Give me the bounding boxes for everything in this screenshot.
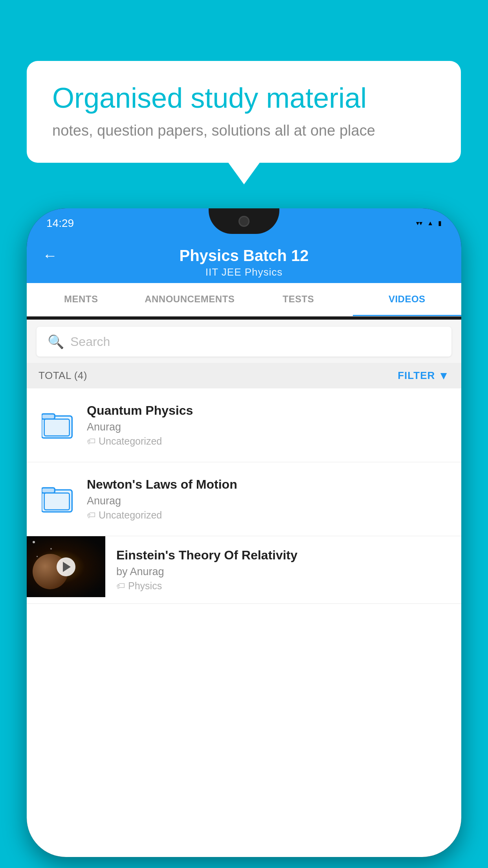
- bubble-title: Organised study material: [52, 83, 435, 114]
- status-icons: ▾▾ ▲ ▮: [416, 219, 442, 227]
- search-icon: 🔍: [48, 334, 64, 349]
- app-header: ← Physics Batch 12 IIT JEE Physics: [27, 238, 461, 283]
- tab-announcements[interactable]: ANNOUNCEMENTS: [136, 283, 244, 316]
- folder-icon: [39, 482, 76, 516]
- video-tag: 🏷 Physics: [116, 580, 449, 592]
- video-author: by Anurag: [116, 566, 449, 578]
- signal-icon: ▲: [427, 220, 433, 227]
- video-info: Quantum Physics Anurag 🏷 Uncategorized: [87, 403, 449, 447]
- back-button[interactable]: ←: [42, 247, 57, 264]
- total-count-label: TOTAL (4): [39, 370, 87, 382]
- svg-rect-2: [44, 419, 69, 436]
- video-tag: 🏷 Uncategorized: [87, 436, 449, 447]
- content-area: Quantum Physics Anurag 🏷 Uncategorized N…: [27, 388, 461, 857]
- video-info: Einstein's Theory Of Relativity by Anura…: [116, 536, 461, 603]
- folder-icon: [39, 408, 76, 442]
- tag-icon: 🏷: [116, 581, 125, 591]
- svg-rect-5: [44, 493, 69, 510]
- svg-rect-1: [42, 414, 55, 419]
- tab-ments[interactable]: MENTS: [27, 283, 136, 316]
- tab-tests[interactable]: TESTS: [244, 283, 353, 316]
- speech-bubble: Organised study material notes, question…: [27, 61, 461, 163]
- video-info: Newton's Laws of Motion Anurag 🏷 Uncateg…: [87, 477, 449, 521]
- header-row: ← Physics Batch 12: [27, 247, 461, 265]
- battery-icon: ▮: [438, 219, 442, 227]
- tag-icon: 🏷: [87, 510, 95, 520]
- filter-row: TOTAL (4) FILTER ▼: [27, 363, 461, 388]
- video-thumbnail: [27, 536, 105, 597]
- list-item[interactable]: Einstein's Theory Of Relativity by Anura…: [27, 536, 461, 604]
- front-camera: [238, 216, 250, 227]
- header-title: Physics Batch 12: [42, 247, 446, 265]
- tag-icon: 🏷: [87, 436, 95, 447]
- play-button[interactable]: [57, 557, 75, 576]
- video-tag: 🏷 Uncategorized: [87, 509, 449, 521]
- video-title: Quantum Physics: [87, 403, 449, 418]
- video-author: Anurag: [87, 421, 449, 433]
- search-bar-container: 🔍 Search: [27, 320, 461, 364]
- video-title: Einstein's Theory Of Relativity: [116, 548, 449, 563]
- wifi-icon: ▾▾: [416, 219, 422, 227]
- filter-icon: ▼: [438, 370, 449, 382]
- bubble-subtitle: notes, question papers, solutions all at…: [52, 122, 435, 139]
- list-item[interactable]: Newton's Laws of Motion Anurag 🏷 Uncateg…: [27, 462, 461, 536]
- header-subtitle: IIT JEE Physics: [205, 266, 283, 278]
- filter-button[interactable]: FILTER ▼: [398, 370, 449, 382]
- svg-rect-4: [42, 488, 55, 493]
- status-time: 14:29: [46, 217, 74, 230]
- video-title: Newton's Laws of Motion: [87, 477, 449, 492]
- tab-videos[interactable]: VIDEOS: [353, 283, 462, 316]
- play-icon: [63, 562, 71, 572]
- list-item[interactable]: Quantum Physics Anurag 🏷 Uncategorized: [27, 388, 461, 462]
- tabs-bar: MENTS ANNOUNCEMENTS TESTS VIDEOS: [27, 283, 461, 316]
- search-placeholder: Search: [70, 335, 110, 349]
- video-author: Anurag: [87, 495, 449, 507]
- search-input-wrapper[interactable]: 🔍 Search: [37, 327, 451, 357]
- phone-shell: 14:29 ▾▾ ▲ ▮ ← Physics Batch 12 IIT JEE …: [27, 208, 461, 857]
